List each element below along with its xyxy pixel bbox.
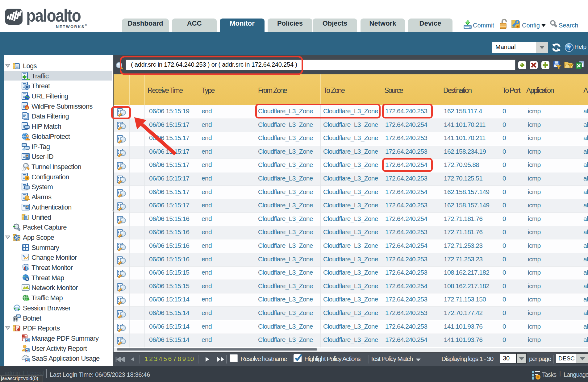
svg-text:?: ? <box>568 45 571 51</box>
